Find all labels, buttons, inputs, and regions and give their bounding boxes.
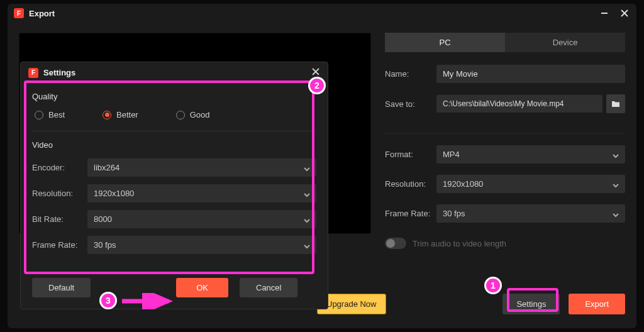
quality-best-radio[interactable]: Best	[35, 110, 65, 119]
quality-section-title: Quality	[32, 92, 316, 101]
bitrate-select[interactable]: 8000	[87, 210, 316, 228]
ok-button[interactable]: OK	[176, 278, 228, 297]
settings-dialog: F Settings Quality Best Better Good Vide…	[20, 62, 328, 309]
minimize-button[interactable]	[599, 8, 610, 19]
framerate-select[interactable]: 30 fps	[436, 204, 625, 223]
chevron-down-icon	[304, 191, 310, 197]
video-section-title: Video	[32, 140, 316, 150]
chevron-down-icon	[304, 165, 310, 171]
sd-framerate-select[interactable]: 30 fps	[87, 236, 316, 254]
chevron-down-icon	[613, 211, 619, 217]
annotation-callout-3: 3	[99, 292, 117, 309]
quality-good-radio[interactable]: Good	[176, 110, 210, 119]
chevron-down-icon	[613, 152, 619, 158]
quality-better-radio[interactable]: Better	[103, 110, 138, 119]
framerate-label: Frame Rate:	[385, 209, 436, 218]
settings-titlebar: F Settings	[21, 62, 328, 83]
right-pane: PC Device Name: Save to: Format: MP4	[385, 33, 625, 321]
chevron-down-icon	[304, 242, 310, 248]
chevron-down-icon	[304, 216, 310, 223]
format-select[interactable]: MP4	[436, 145, 625, 163]
export-button[interactable]: Export	[569, 294, 625, 314]
tab-pc[interactable]: PC	[385, 33, 505, 52]
encoder-select[interactable]: libx264	[87, 158, 316, 177]
chevron-down-icon	[613, 181, 619, 187]
saveto-label: Save to:	[385, 99, 436, 109]
export-tabs: PC Device	[385, 33, 625, 52]
trim-label: Trim audio to video length	[413, 239, 506, 248]
name-label: Name:	[385, 69, 436, 79]
bitrate-label: Bit Rate:	[32, 214, 87, 224]
annotation-callout-2: 2	[308, 77, 326, 94]
tab-device[interactable]: Device	[505, 33, 625, 52]
name-input[interactable]	[436, 65, 625, 83]
resolution-label: Resolution:	[385, 179, 436, 189]
browse-folder-button[interactable]	[606, 94, 625, 113]
export-titlebar: F Export	[8, 4, 636, 23]
sd-resolution-label: Resolution:	[32, 189, 87, 198]
cancel-button[interactable]: Cancel	[240, 278, 297, 297]
app-icon: F	[28, 68, 38, 78]
annotation-callout-1: 1	[484, 277, 502, 294]
default-button[interactable]: Default	[32, 278, 91, 297]
annotation-arrow	[119, 293, 176, 309]
sd-resolution-select[interactable]: 1920x1080	[87, 184, 316, 202]
sd-framerate-label: Frame Rate:	[32, 240, 87, 250]
app-icon: F	[14, 8, 24, 18]
trim-toggle[interactable]	[385, 238, 406, 249]
divider	[32, 131, 316, 131]
export-title: Export	[29, 9, 55, 18]
saveto-input[interactable]	[436, 95, 602, 113]
settings-button[interactable]: Settings	[502, 294, 560, 314]
folder-icon	[611, 100, 620, 108]
resolution-select[interactable]: 1920x1080	[436, 175, 625, 193]
close-button[interactable]	[619, 8, 630, 19]
encoder-label: Encoder:	[32, 163, 87, 172]
settings-title: Settings	[43, 68, 75, 77]
divider	[385, 133, 625, 134]
format-label: Format:	[385, 150, 436, 159]
